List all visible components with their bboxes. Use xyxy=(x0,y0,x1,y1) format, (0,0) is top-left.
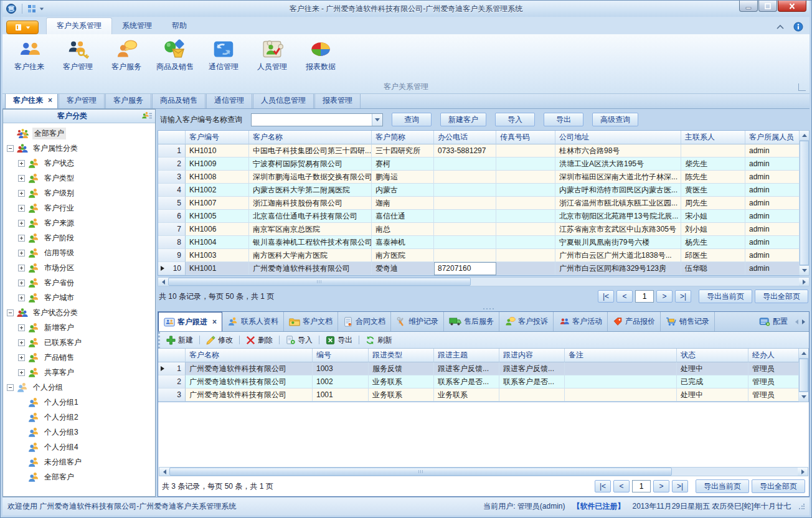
customers-vertical-scrollbar[interactable] xyxy=(800,130,810,276)
ribbon-button-communication[interactable]: 通信管理 xyxy=(201,37,247,79)
scroll-thumb[interactable] xyxy=(799,359,808,392)
customer-row-selected[interactable]: 10 KH1001 广州爱奇迪软件科技有限公司 爱奇迪 87207160 广州市… xyxy=(158,262,800,275)
detail-tab-contacts[interactable]: 联系人资料 xyxy=(222,312,284,331)
config-button[interactable]: 配置 xyxy=(755,315,791,328)
tree-item-personal-groups[interactable]: 个人分组 xyxy=(7,380,155,395)
scroll-down-icon[interactable] xyxy=(800,265,809,275)
delete-record-button[interactable]: 删除 xyxy=(245,335,274,346)
refresh-button[interactable]: 刷新 xyxy=(364,335,394,346)
tab-scroll-right-icon[interactable] xyxy=(802,319,805,324)
combo-dropdown-button[interactable] xyxy=(372,114,382,126)
doc-tab-goods-sales[interactable]: 商品及销售 xyxy=(152,93,205,108)
tree-item-customer-industry[interactable]: 客户行业 xyxy=(18,200,155,215)
scroll-thumb[interactable] xyxy=(169,468,672,476)
detail-tab-followup[interactable]: 客户跟进 × xyxy=(158,312,222,331)
export-all-pages-button[interactable]: 导出全部页 xyxy=(752,479,805,493)
doc-tab-customer-service[interactable]: 客户服务 xyxy=(105,93,151,108)
tree-item-all-customers[interactable]: 全部客户 xyxy=(7,126,155,141)
detail-tab-sales-records[interactable]: 销售记录 xyxy=(661,312,715,331)
followups-horizontal-scrollbar[interactable] xyxy=(159,467,808,476)
first-page-button[interactable]: |< xyxy=(595,480,611,492)
group-dialog-launcher-icon[interactable] xyxy=(798,83,806,91)
scroll-left-icon[interactable] xyxy=(158,278,168,286)
doc-tab-report-manage[interactable]: 报表管理 xyxy=(314,93,361,108)
tree-item-shared-customers[interactable]: 共享客户 xyxy=(18,365,155,380)
tree-item-status-category[interactable]: 客户状态分类 xyxy=(7,305,155,320)
followup-row-selected[interactable]: 1 广州爱奇迪软件科技有限公司 1003 服务反馈 跟进客户反馈... 跟进客户… xyxy=(158,362,799,375)
close-button[interactable] xyxy=(778,1,806,12)
next-page-button[interactable]: > xyxy=(653,480,669,492)
tree-item-market-zone[interactable]: 市场分区 xyxy=(18,260,155,275)
export-current-page-button[interactable]: 导出当前页 xyxy=(699,290,752,303)
scroll-up-icon[interactable] xyxy=(799,349,808,359)
tab-scroll-left-icon[interactable] xyxy=(795,319,798,324)
tree-item-customer-status[interactable]: 客户状态 xyxy=(18,156,155,171)
col-address[interactable]: 公司地址 xyxy=(555,131,681,144)
doc-tab-communication[interactable]: 通信管理 xyxy=(206,93,252,108)
tab-close-icon[interactable]: × xyxy=(212,318,217,326)
ribbon-button-staff[interactable]: 人员管理 xyxy=(249,37,295,79)
customer-row[interactable]: 5 KH1007 浙江迦南科技股份有限公司 迦南 浙江省温州市瓯北镇东瓯工业区园… xyxy=(158,197,800,210)
ribbon-button-customers[interactable]: 客户往来 xyxy=(6,37,52,79)
doc-tab-customers[interactable]: 客户往来× xyxy=(5,93,58,108)
col-short[interactable]: 客户简称 xyxy=(372,131,434,144)
scroll-left-icon[interactable] xyxy=(159,468,169,476)
export-all-pages-button[interactable]: 导出全部页 xyxy=(755,290,808,303)
expand-expander-icon[interactable] xyxy=(18,160,25,167)
new-record-button[interactable]: 新建 xyxy=(165,335,194,346)
ribbon-tab-help[interactable]: 帮助 xyxy=(162,18,197,34)
advanced-query-button[interactable]: 高级查询 xyxy=(592,113,638,126)
horizontal-splitter[interactable] xyxy=(158,306,810,311)
tree-item-personal-group-2[interactable]: 个人分组2 xyxy=(18,410,155,425)
detail-tab-maintenance[interactable]: 维护记录 xyxy=(391,312,444,331)
tree-item-customer-province[interactable]: 客户省份 xyxy=(18,275,155,290)
tree-item-customer-stage[interactable]: 客户阶段 xyxy=(18,230,155,245)
new-customer-button[interactable]: 新建客户 xyxy=(440,113,486,126)
query-button[interactable]: 查询 xyxy=(392,113,432,126)
first-page-button[interactable]: |< xyxy=(598,290,614,303)
customer-row[interactable]: 3 KH1008 深圳市鹏海运电子数据交换有限公司 鹏海运 深圳市福田区深南大道… xyxy=(158,171,800,184)
collapse-ribbon-icon[interactable] xyxy=(776,24,785,30)
scroll-thumb[interactable] xyxy=(800,141,809,265)
detail-tab-complaints[interactable]: 客户投诉 xyxy=(499,312,554,331)
edit-record-button[interactable]: 修改 xyxy=(205,335,234,346)
tree-item-personal-group-4[interactable]: 个人分组4 xyxy=(18,440,155,454)
col-content[interactable]: 跟进内容 xyxy=(499,349,565,362)
tab-close-icon[interactable]: × xyxy=(48,96,52,105)
followups-vertical-scrollbar[interactable] xyxy=(799,349,809,402)
info-icon[interactable] xyxy=(793,22,803,32)
detail-tab-activities[interactable]: 客户活动 xyxy=(554,312,608,331)
customer-row[interactable]: 6 KH1005 北京嘉信仕通电子科技有限公司 嘉信仕通 北京市朝阳区北苑路甲1… xyxy=(158,210,800,223)
page-number-input[interactable] xyxy=(632,480,651,492)
tree-item-attribute-category[interactable]: 客户属性分类 xyxy=(7,141,155,156)
ribbon-tab-system[interactable]: 系统管理 xyxy=(112,18,162,34)
col-note[interactable]: 备注 xyxy=(565,349,677,362)
prev-page-button[interactable]: < xyxy=(616,290,633,303)
editing-cell[interactable]: 87207160 xyxy=(434,262,496,275)
import-button[interactable]: 导入 xyxy=(495,113,535,126)
col-status[interactable]: 状态 xyxy=(677,349,748,362)
col-type[interactable]: 跟进类型 xyxy=(369,349,434,362)
software-registered-link[interactable]: 【软件已注册】 xyxy=(572,501,625,512)
customer-row[interactable]: 1 KH1010 中国电子科技集团公司第三十四研... 三十四研究所 0733-… xyxy=(158,144,800,158)
page-number-input[interactable] xyxy=(635,290,654,303)
tree-item-personal-group-3[interactable]: 个人分组3 xyxy=(18,425,155,440)
customer-row[interactable]: 9 KH1003 南方医科大学南方医院 南方医院 广州市白云区广州大道北1838… xyxy=(158,249,800,262)
followup-row[interactable]: 2 广州爱奇迪软件科技有限公司 1002 业务联系 联系客户是否... 联系客户… xyxy=(158,375,799,388)
ribbon-button-report[interactable]: 报表数据 xyxy=(298,37,344,79)
ribbon-button-goods-sales[interactable]: 商品及销售 xyxy=(152,37,198,79)
next-page-button[interactable]: > xyxy=(656,290,673,303)
category-settings-icon[interactable] xyxy=(141,111,153,121)
import-records-button[interactable]: 导入 xyxy=(285,335,314,346)
export-records-button[interactable]: 导出 xyxy=(324,335,354,346)
application-menu-button[interactable] xyxy=(6,21,39,34)
col-customer-name[interactable]: 客户名称 xyxy=(186,349,313,362)
doc-tab-customer-manage[interactable]: 客户管理 xyxy=(59,93,105,108)
tree-item-product-sales[interactable]: 产品销售 xyxy=(18,350,155,365)
customer-row[interactable]: 7 KH1006 南京军区南京总医院 南总 江苏省南京市玄武区中山东路305号 … xyxy=(158,223,800,236)
col-handler[interactable]: 经办人 xyxy=(748,349,799,362)
col-owner[interactable]: 客户所属人员 xyxy=(745,131,800,144)
tree-item-ungrouped-customers[interactable]: 未分组客户 xyxy=(18,454,155,469)
export-current-page-button[interactable]: 导出当前页 xyxy=(696,479,749,493)
scroll-thumb[interactable] xyxy=(168,278,471,286)
